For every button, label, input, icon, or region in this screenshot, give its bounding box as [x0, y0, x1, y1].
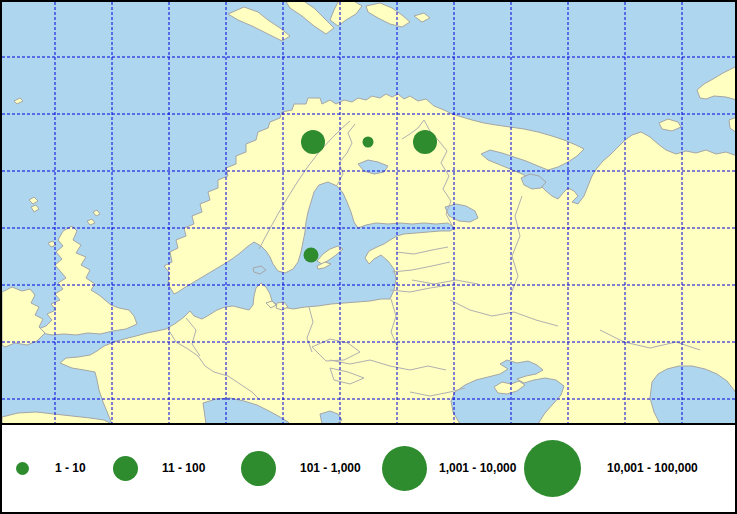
occurrence-marker[interactable] — [301, 130, 325, 154]
occurrence-marker[interactable] — [363, 137, 374, 148]
legend-symbol — [241, 451, 276, 486]
legend-symbol — [113, 456, 138, 481]
legend-label: 101 - 1,000 — [300, 460, 361, 476]
occurrence-marker[interactable] — [304, 248, 319, 263]
legend-label: 11 - 100 — [162, 460, 205, 476]
occurrence-marker[interactable] — [413, 130, 437, 154]
legend-label: 1,001 - 10,000 — [439, 460, 516, 476]
legend-symbol — [16, 462, 29, 475]
occurrence-map-window: 1 - 1011 - 100101 - 1,0001,001 - 10,0001… — [0, 0, 737, 514]
legend-label: 1 - 10 — [55, 460, 86, 476]
legend-symbol — [382, 446, 427, 491]
legend: 1 - 1011 - 100101 - 1,0001,001 - 10,0001… — [2, 425, 735, 512]
map-viewport[interactable] — [2, 2, 735, 425]
europe-map — [2, 2, 735, 423]
legend-symbol — [524, 440, 581, 497]
legend-label: 10,001 - 100,000 — [607, 460, 698, 476]
